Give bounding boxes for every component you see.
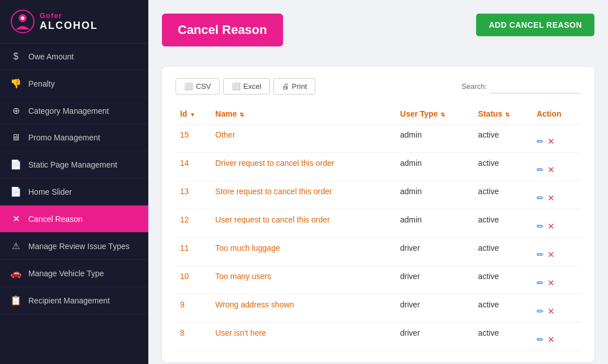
add-cancel-reason-button[interactable]: ADD CANCEL REASON xyxy=(476,14,594,36)
cell-status: active xyxy=(474,181,532,209)
cell-id: 14 xyxy=(175,153,211,181)
cell-id: 12 xyxy=(175,209,211,238)
delete-icon[interactable]: ✕ xyxy=(547,165,555,175)
sidebar-label-home-slider: Home Slider xyxy=(28,187,72,196)
csv-icon: ⬜ xyxy=(184,82,193,91)
delete-icon[interactable]: ✕ xyxy=(547,335,555,345)
edit-icon[interactable]: ✏ xyxy=(537,165,544,175)
edit-icon[interactable]: ✏ xyxy=(537,136,544,147)
table-body: 15Otheradminactive ✏ ✕ 14Driver request … xyxy=(175,125,581,351)
sidebar-label-static-page-management: Static Page Management xyxy=(28,160,117,169)
cell-status: active xyxy=(474,323,532,351)
sidebar-menu: $ Owe Amount 👎 Penalty ⊕ Category Manage… xyxy=(0,44,148,314)
cell-user-type: driver xyxy=(396,294,474,323)
cell-name: Too many users xyxy=(211,266,395,294)
edit-icon[interactable]: ✏ xyxy=(537,250,544,260)
cell-status: active xyxy=(474,125,532,153)
search-label: Search: xyxy=(461,82,487,91)
sidebar-item-promo-management[interactable]: 🖥 Promo Management xyxy=(0,125,148,151)
search-input[interactable] xyxy=(490,80,581,93)
edit-icon[interactable]: ✏ xyxy=(537,335,544,345)
delete-icon[interactable]: ✕ xyxy=(547,278,555,288)
csv-button[interactable]: ⬜ CSV xyxy=(175,78,220,95)
delete-icon[interactable]: ✕ xyxy=(547,306,555,316)
cell-action: ✏ ✕ xyxy=(532,153,581,181)
sidebar-item-owe-amount[interactable]: $ Owe Amount xyxy=(0,44,148,70)
delete-icon[interactable]: ✕ xyxy=(547,221,555,232)
sidebar-item-static-page-management[interactable]: 📄 Static Page Management xyxy=(0,151,148,178)
sidebar-icon-penalty: 👎 xyxy=(10,78,22,89)
table-row: 8User isn't heredriveractive ✏ ✕ xyxy=(175,323,581,351)
cell-name: User isn't here xyxy=(211,323,395,351)
sidebar-label-owe-amount: Owe Amount xyxy=(28,52,74,61)
excel-button[interactable]: ⬜ Excel xyxy=(223,78,270,95)
edit-icon[interactable]: ✏ xyxy=(537,221,544,232)
sidebar-icon-owe-amount: $ xyxy=(10,52,22,62)
sidebar-icon-manage-vehicle-type: 🚗 xyxy=(10,268,22,279)
sort-arrow-id: ▼ xyxy=(188,112,195,118)
sidebar-icon-manage-review-issue-types: ⚠ xyxy=(10,241,22,251)
cell-name: Driver request to cancel this order xyxy=(211,153,395,181)
sidebar-icon-static-page-management: 📄 xyxy=(10,159,22,170)
cell-user-type: driver xyxy=(396,238,474,266)
cell-action: ✏ ✕ xyxy=(532,181,581,209)
sidebar-item-recipient-management[interactable]: 📋 Recipient Management xyxy=(0,287,148,314)
cell-name: Other xyxy=(211,125,395,153)
cell-id: 9 xyxy=(175,294,211,323)
delete-icon[interactable]: ✕ xyxy=(547,136,555,147)
cell-action: ✏ ✕ xyxy=(532,209,581,238)
col-header-action: Action xyxy=(532,104,581,125)
sort-arrow-status: ⇅ xyxy=(503,112,509,118)
cell-name: Too much luggage xyxy=(211,238,395,266)
sidebar: Gofer ALCOHOL $ Owe Amount 👎 Penalty ⊕ C… xyxy=(0,0,148,364)
cell-id: 11 xyxy=(175,238,211,266)
cell-status: active xyxy=(474,266,532,294)
cell-name: Wrong address shown xyxy=(211,294,395,323)
cell-user-type: driver xyxy=(396,266,474,294)
sidebar-item-cancel-reason[interactable]: ✕ Cancel Reason xyxy=(0,205,148,233)
delete-icon[interactable]: ✕ xyxy=(547,250,555,260)
col-header-name[interactable]: Name ⇅ xyxy=(211,104,395,125)
sidebar-icon-recipient-management: 📋 xyxy=(10,295,22,306)
logo-icon xyxy=(10,9,35,34)
excel-icon: ⬜ xyxy=(232,82,241,91)
delete-icon[interactable]: ✕ xyxy=(547,193,555,203)
col-header-id[interactable]: Id ▼ xyxy=(175,104,211,125)
sidebar-item-home-slider[interactable]: 📄 Home Slider xyxy=(0,178,148,205)
table-row: 10Too many usersdriveractive ✏ ✕ xyxy=(175,266,581,294)
csv-label: CSV xyxy=(196,82,211,91)
sidebar-icon-promo-management: 🖥 xyxy=(10,132,22,143)
print-button[interactable]: 🖨 Print xyxy=(273,78,316,95)
sidebar-icon-category-management: ⊕ xyxy=(10,105,22,116)
search-container: Search: xyxy=(461,80,581,93)
col-header-user_type[interactable]: User Type ⇅ xyxy=(396,104,474,125)
table-row: 13Store request to cancel this orderadmi… xyxy=(175,181,581,209)
edit-icon[interactable]: ✏ xyxy=(537,306,544,316)
sidebar-item-manage-vehicle-type[interactable]: 🚗 Manage Vehicle Type xyxy=(0,260,148,287)
cell-status: active xyxy=(474,153,532,181)
table-row: 14Driver request to cancel this orderadm… xyxy=(175,153,581,181)
logo-alcohol-label: ALCOHOL xyxy=(40,20,98,32)
export-buttons: ⬜ CSV ⬜ Excel 🖨 Print xyxy=(175,78,315,95)
toolbar-row: ⬜ CSV ⬜ Excel 🖨 Print Search: xyxy=(175,78,581,95)
col-header-status[interactable]: Status ⇅ xyxy=(474,104,532,125)
cell-status: active xyxy=(474,209,532,238)
svg-point-2 xyxy=(21,16,24,20)
cell-status: active xyxy=(474,294,532,323)
sidebar-label-manage-vehicle-type: Manage Vehicle Type xyxy=(28,269,104,278)
cell-name: User request to cancel this order xyxy=(211,209,395,238)
edit-icon[interactable]: ✏ xyxy=(537,193,544,203)
sidebar-item-category-management[interactable]: ⊕ Category Management xyxy=(0,97,148,125)
cell-user-type: admin xyxy=(396,153,474,181)
sidebar-item-penalty[interactable]: 👎 Penalty xyxy=(0,70,148,97)
sort-arrow-name: ⇅ xyxy=(238,112,244,118)
sort-arrow-user_type: ⇅ xyxy=(439,112,445,118)
cell-id: 13 xyxy=(175,181,211,209)
cell-action: ✏ ✕ xyxy=(532,294,581,323)
logo: Gofer ALCOHOL xyxy=(0,0,148,44)
edit-icon[interactable]: ✏ xyxy=(537,278,544,288)
sidebar-item-manage-review-issue-types[interactable]: ⚠ Manage Review Issue Types xyxy=(0,233,148,260)
sidebar-label-recipient-management: Recipient Management xyxy=(28,296,110,305)
cell-id: 8 xyxy=(175,323,211,351)
excel-label: Excel xyxy=(243,82,262,91)
